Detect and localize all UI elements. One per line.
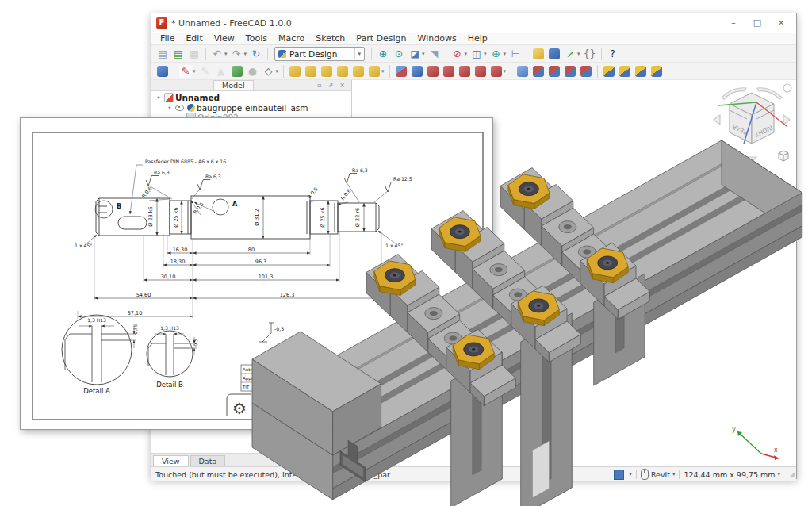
mirrored-button[interactable]: [531, 65, 546, 78]
redo-button[interactable]: ↷▾: [230, 48, 248, 60]
tab-model[interactable]: Model: [213, 80, 254, 90]
nav-arrow-left[interactable]: [714, 115, 720, 125]
desktop: F * Unnamed - FreeCAD 1.0.0 – □ × FileEd…: [0, 0, 812, 506]
menu-view[interactable]: View: [209, 33, 240, 44]
navigation-cube[interactable]: REAR RIGHT: [709, 80, 795, 164]
page-settings-gear-icon[interactable]: ⚙: [227, 394, 251, 418]
document-icon: [164, 93, 174, 102]
additive-helix-button[interactable]: [351, 65, 366, 78]
linear-pattern-button[interactable]: [547, 65, 561, 78]
tree-item-baugruppe-einbauteil_asm[interactable]: ▾baugruppe-einbauteil_asm: [151, 103, 351, 113]
tab-view[interactable]: View: [153, 455, 189, 466]
subtractive-primitive-button[interactable]: ▾: [489, 65, 508, 78]
tree-item-unnamed[interactable]: ▾Unnamed: [151, 93, 351, 103]
additive-pipe-button[interactable]: [335, 65, 350, 78]
subtractive-pipe-button[interactable]: [458, 65, 472, 78]
dimension-annotations: [78, 196, 381, 319]
menu-file[interactable]: File: [155, 33, 180, 44]
clipping-plane-button[interactable]: ⊘▾: [450, 48, 469, 60]
hole-icon: [412, 66, 423, 77]
map-sketch-button[interactable]: [230, 65, 244, 78]
subtractive-loft-button[interactable]: [442, 65, 456, 78]
file-new-button[interactable]: ▤: [155, 48, 170, 60]
pad-button[interactable]: [288, 65, 302, 78]
refresh-button[interactable]: ↻: [249, 48, 263, 60]
multi-transform-button[interactable]: [579, 65, 593, 78]
groove-button[interactable]: [426, 65, 440, 78]
texture-view-button[interactable]: ◫▾: [469, 48, 488, 60]
whats-this-icon: ?: [607, 48, 619, 60]
close-panel-button[interactable]: ×: [336, 82, 348, 89]
fit-all-button[interactable]: ⊕: [376, 48, 390, 60]
dimension-display[interactable]: 124,44 mm x 99,75 mm ▾: [680, 470, 784, 479]
boolean-operation-button[interactable]: [602, 65, 616, 78]
undo-button[interactable]: ↶▾: [210, 48, 228, 60]
whats-this-button[interactable]: ?: [606, 48, 620, 60]
nav-arrow-down[interactable]: [747, 157, 756, 163]
resize-grip[interactable]: ◢: [784, 470, 796, 478]
nav-circle-button[interactable]: [783, 84, 791, 92]
menu-windows[interactable]: Windows: [412, 33, 462, 44]
close-button[interactable]: ×: [769, 14, 793, 32]
menu-tools[interactable]: Tools: [240, 33, 273, 44]
tab-data[interactable]: Data: [190, 455, 226, 466]
mini-cube-icon[interactable]: [779, 151, 788, 161]
minimize-button[interactable]: –: [722, 14, 745, 32]
menu-help[interactable]: Help: [462, 33, 493, 44]
additive-loft-button[interactable]: [320, 65, 334, 78]
chevron-down-icon: ▾: [422, 51, 425, 57]
create-sketch-button[interactable]: ✎▾: [178, 65, 197, 78]
revolution-button[interactable]: [304, 65, 318, 78]
fit-selection-button[interactable]: ⊙: [392, 48, 406, 60]
svg-text:80: 80: [248, 247, 255, 253]
hole-button[interactable]: [410, 65, 424, 78]
expander-icon[interactable]: ▾: [166, 105, 174, 111]
float-panel-button[interactable]: ▫: [314, 82, 324, 89]
techdraw-window[interactable]: 16,30 80 18,30 96,3 30,10 101,3 54,60 12…: [20, 117, 493, 430]
menu-sketch[interactable]: Sketch: [310, 33, 350, 44]
nav-arrow-right[interactable]: [783, 115, 790, 125]
subtractive-helix-button[interactable]: [473, 65, 488, 78]
status-message: Touched (but must be executed), Internal…: [151, 470, 390, 479]
measure-button[interactable]: ⊢: [508, 48, 523, 60]
zoom-tools-button[interactable]: ⊕▾: [489, 48, 508, 60]
standard-views-button[interactable]: ◪▾: [408, 48, 426, 60]
export-button[interactable]: ↗▾: [563, 48, 581, 60]
color-swatch-button[interactable]: ▾: [610, 470, 636, 480]
workbench-selector[interactable]: Part Design▾: [274, 47, 365, 61]
chevron-down-icon: ▾: [354, 48, 365, 59]
pocket-icon: [396, 66, 407, 77]
pocket-button[interactable]: [394, 65, 408, 78]
part-utility-button[interactable]: [531, 48, 546, 60]
maximize-button[interactable]: □: [745, 14, 769, 32]
menu-macro[interactable]: Macro: [273, 33, 310, 44]
svg-text:Ø 25 k6: Ø 25 k6: [173, 207, 179, 227]
sprocket-button[interactable]: [634, 65, 648, 78]
shape-binder-button[interactable]: ●: [246, 65, 260, 78]
create-datum-button[interactable]: ◇▾: [262, 65, 280, 78]
align-view-button[interactable]: ◥: [427, 48, 442, 60]
macro-editor-button[interactable]: {}: [583, 48, 597, 60]
subtractive-helix-icon: [475, 66, 486, 77]
axis-y-label: y: [732, 426, 736, 433]
visibility-eye-icon: [175, 105, 184, 111]
make-group-button[interactable]: [547, 48, 561, 60]
popout-panel-button[interactable]: ⇗: [325, 82, 337, 89]
file-open-button[interactable]: ▤: [171, 48, 186, 60]
toolbar-separator: [597, 65, 598, 78]
create-body-button[interactable]: [155, 65, 170, 78]
toolbar-part-design: ✎▾✎▲●◇▾▾▾: [151, 63, 796, 80]
svg-text:R 0,6: R 0,6: [339, 188, 351, 201]
svg-text:126,3: 126,3: [280, 292, 295, 298]
migrate-button[interactable]: [618, 65, 632, 78]
edit-sketch-button: ✎: [198, 65, 213, 78]
menu-edit[interactable]: Edit: [180, 33, 208, 44]
menu-part-design[interactable]: Part Design: [350, 33, 412, 44]
expander-icon[interactable]: ▾: [155, 94, 163, 101]
svg-text:R 0,6: R 0,6: [140, 186, 152, 199]
nav-style-button[interactable]: Revit ▾: [637, 469, 680, 480]
additive-primitive-button[interactable]: ▾: [367, 65, 385, 78]
fillet-button[interactable]: [515, 65, 530, 78]
involute-gear-button[interactable]: [649, 65, 664, 78]
polar-pattern-button[interactable]: [563, 65, 577, 78]
